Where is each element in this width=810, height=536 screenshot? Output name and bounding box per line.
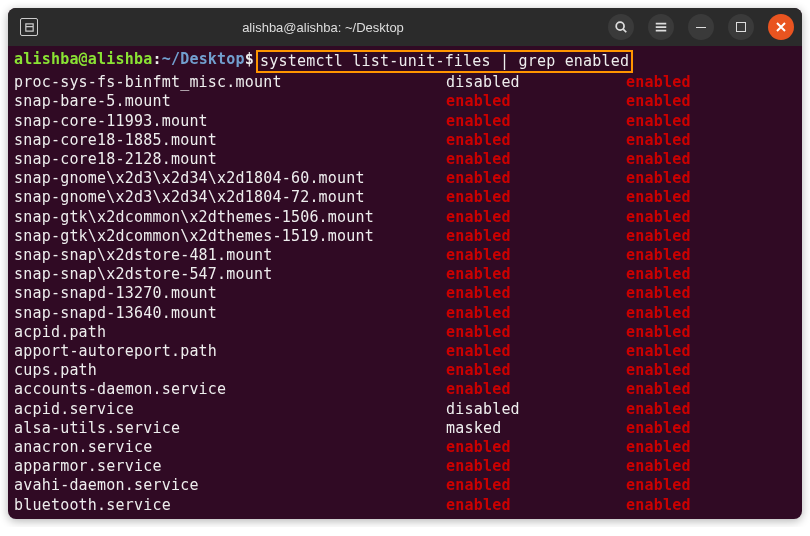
unit-state: enabled <box>446 457 626 476</box>
close-button[interactable] <box>768 14 794 40</box>
unit-preset: enabled <box>626 361 691 380</box>
unit-file: snap-snap\x2dstore-547.mount <box>14 265 446 284</box>
output-row: snap-gtk\x2dcommon\x2dthemes-1506.mounte… <box>14 208 796 227</box>
unit-state: enabled <box>446 227 626 246</box>
unit-preset: enabled <box>626 131 691 150</box>
unit-preset: enabled <box>626 188 691 207</box>
unit-file: snap-gtk\x2dcommon\x2dthemes-1506.mount <box>14 208 446 227</box>
unit-state: disabled <box>446 400 626 419</box>
prompt-user-host: alishba@alishba <box>14 50 152 73</box>
unit-state: enabled <box>446 188 626 207</box>
new-tab-icon[interactable] <box>20 18 38 36</box>
minimize-button[interactable] <box>688 14 714 40</box>
prompt-separator: : <box>152 50 161 73</box>
unit-file: apport-autoreport.path <box>14 342 446 361</box>
unit-file: acpid.path <box>14 323 446 342</box>
unit-preset: enabled <box>626 73 691 92</box>
output-row: snap-gnome\x2d3\x2d34\x2d1804-60.mounten… <box>14 169 796 188</box>
unit-state: enabled <box>446 169 626 188</box>
output-row: snap-core-11993.mountenabledenabled <box>14 112 796 131</box>
unit-file: accounts-daemon.service <box>14 380 446 399</box>
unit-file: cups.path <box>14 361 446 380</box>
unit-file: snap-gtk\x2dcommon\x2dthemes-1519.mount <box>14 227 446 246</box>
terminal-window: alishba@alishba: ~/Desktop alishba@alish… <box>8 8 802 519</box>
unit-preset: enabled <box>626 208 691 227</box>
unit-preset: enabled <box>626 169 691 188</box>
search-button[interactable] <box>608 14 634 40</box>
unit-file: snap-gnome\x2d3\x2d34\x2d1804-72.mount <box>14 188 446 207</box>
unit-file: bluetooth.service <box>14 496 446 515</box>
unit-preset: enabled <box>626 246 691 265</box>
hamburger-menu-button[interactable] <box>648 14 674 40</box>
output-row: alsa-utils.servicemaskedenabled <box>14 419 796 438</box>
unit-preset: enabled <box>626 400 691 419</box>
unit-state: enabled <box>446 476 626 495</box>
output-row: snap-snapd-13270.mountenabledenabled <box>14 284 796 303</box>
unit-state: enabled <box>446 342 626 361</box>
unit-file: snap-bare-5.mount <box>14 92 446 111</box>
unit-file: snap-core18-1885.mount <box>14 131 446 150</box>
titlebar-controls <box>608 14 794 40</box>
unit-file: alsa-utils.service <box>14 419 446 438</box>
unit-file: avahi-daemon.service <box>14 476 446 495</box>
unit-file: apparmor.service <box>14 457 446 476</box>
svg-point-0 <box>616 22 624 30</box>
output-row: bluetooth.serviceenabledenabled <box>14 496 796 515</box>
window-title: alishba@alishba: ~/Desktop <box>38 20 608 35</box>
unit-state: enabled <box>446 361 626 380</box>
output-row: proc-sys-fs-binfmt_misc.mountdisabledena… <box>14 73 796 92</box>
maximize-button[interactable] <box>728 14 754 40</box>
unit-state: enabled <box>446 380 626 399</box>
output-row: acpid.servicedisabledenabled <box>14 400 796 419</box>
output-row: snap-core18-1885.mountenabledenabled <box>14 131 796 150</box>
output-rows: proc-sys-fs-binfmt_misc.mountdisabledena… <box>14 73 796 515</box>
unit-file: snap-core18-2128.mount <box>14 150 446 169</box>
unit-state: enabled <box>446 284 626 303</box>
prompt-line: alishba@alishba:~/Desktop$systemctl list… <box>14 50 796 73</box>
output-row: snap-snapd-13640.mountenabledenabled <box>14 304 796 323</box>
hamburger-icon <box>654 20 668 34</box>
unit-preset: enabled <box>626 112 691 131</box>
output-row: apparmor.serviceenabledenabled <box>14 457 796 476</box>
unit-state: enabled <box>446 246 626 265</box>
unit-file: snap-snap\x2dstore-481.mount <box>14 246 446 265</box>
unit-preset: enabled <box>626 438 691 457</box>
output-row: avahi-daemon.serviceenabledenabled <box>14 476 796 495</box>
unit-preset: enabled <box>626 284 691 303</box>
unit-file: snap-gnome\x2d3\x2d34\x2d1804-60.mount <box>14 169 446 188</box>
unit-state: enabled <box>446 304 626 323</box>
output-row: snap-bare-5.mountenabledenabled <box>14 92 796 111</box>
output-row: anacron.serviceenabledenabled <box>14 438 796 457</box>
terminal-body[interactable]: alishba@alishba:~/Desktop$systemctl list… <box>8 46 802 519</box>
output-row: cups.pathenabledenabled <box>14 361 796 380</box>
unit-state: enabled <box>446 323 626 342</box>
unit-preset: enabled <box>626 419 691 438</box>
output-row: apport-autoreport.pathenabledenabled <box>14 342 796 361</box>
close-icon <box>776 22 786 32</box>
unit-preset: enabled <box>626 150 691 169</box>
unit-preset: enabled <box>626 265 691 284</box>
prompt-sigil: $ <box>245 50 254 73</box>
output-row: accounts-daemon.serviceenabledenabled <box>14 380 796 399</box>
unit-preset: enabled <box>626 380 691 399</box>
unit-file: snap-core-11993.mount <box>14 112 446 131</box>
unit-state: masked <box>446 419 626 438</box>
unit-preset: enabled <box>626 304 691 323</box>
unit-state: enabled <box>446 208 626 227</box>
unit-preset: enabled <box>626 227 691 246</box>
unit-state: enabled <box>446 150 626 169</box>
output-row: snap-gtk\x2dcommon\x2dthemes-1519.mounte… <box>14 227 796 246</box>
unit-state: disabled <box>446 73 626 92</box>
unit-file: snap-snapd-13270.mount <box>14 284 446 303</box>
output-row: snap-gnome\x2d3\x2d34\x2d1804-72.mounten… <box>14 188 796 207</box>
unit-state: enabled <box>446 496 626 515</box>
output-row: snap-snap\x2dstore-547.mountenabledenabl… <box>14 265 796 284</box>
unit-preset: enabled <box>626 496 691 515</box>
command-highlight: systemctl list-unit-files | grep enabled <box>256 50 633 73</box>
unit-file: acpid.service <box>14 400 446 419</box>
output-row: acpid.pathenabledenabled <box>14 323 796 342</box>
unit-preset: enabled <box>626 323 691 342</box>
unit-preset: enabled <box>626 476 691 495</box>
output-row: snap-snap\x2dstore-481.mountenabledenabl… <box>14 246 796 265</box>
unit-preset: enabled <box>626 92 691 111</box>
